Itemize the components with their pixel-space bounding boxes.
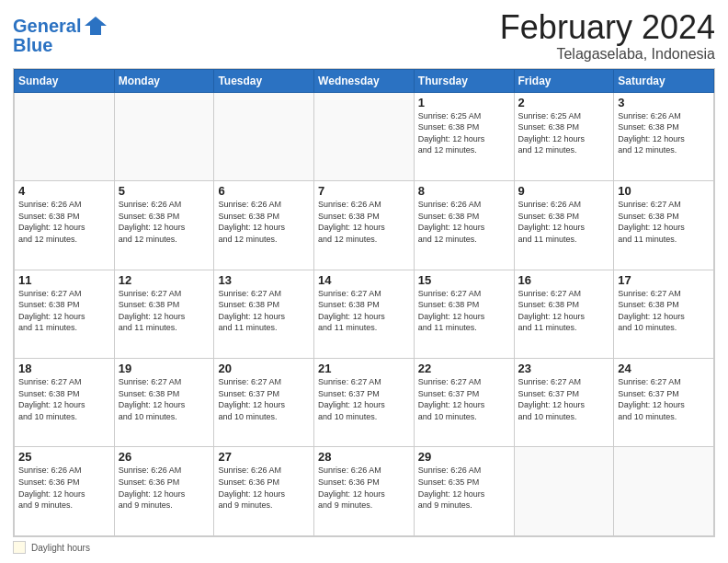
- dow-header-tuesday: Tuesday: [214, 69, 314, 92]
- calendar-cell: 17Sunrise: 6:27 AM Sunset: 6:38 PM Dayli…: [614, 270, 714, 358]
- day-info: Sunrise: 6:25 AM Sunset: 6:38 PM Dayligh…: [418, 110, 510, 156]
- calendar-cell: 5Sunrise: 6:26 AM Sunset: 6:38 PM Daylig…: [114, 181, 214, 270]
- dow-header-sunday: Sunday: [15, 69, 115, 92]
- day-info: Sunrise: 6:26 AM Sunset: 6:38 PM Dayligh…: [518, 199, 610, 245]
- calendar-cell: 11Sunrise: 6:27 AM Sunset: 6:38 PM Dayli…: [15, 270, 115, 358]
- legend-swatch: [13, 541, 26, 554]
- day-info: Sunrise: 6:27 AM Sunset: 6:37 PM Dayligh…: [618, 376, 710, 422]
- calendar-cell: 4Sunrise: 6:26 AM Sunset: 6:38 PM Daylig…: [15, 181, 115, 270]
- calendar-cell: 28Sunrise: 6:26 AM Sunset: 6:36 PM Dayli…: [314, 447, 415, 536]
- day-number: 23: [518, 362, 610, 375]
- calendar-cell: 1Sunrise: 6:25 AM Sunset: 6:38 PM Daylig…: [414, 92, 514, 180]
- day-info: Sunrise: 6:27 AM Sunset: 6:37 PM Dayligh…: [518, 376, 610, 422]
- day-info: Sunrise: 6:27 AM Sunset: 6:38 PM Dayligh…: [119, 288, 210, 334]
- day-number: 25: [18, 450, 110, 464]
- dow-header-saturday: Saturday: [614, 69, 714, 92]
- calendar-cell: 27Sunrise: 6:26 AM Sunset: 6:36 PM Dayli…: [214, 447, 314, 536]
- calendar-cell: 23Sunrise: 6:27 AM Sunset: 6:37 PM Dayli…: [514, 359, 614, 447]
- day-number: 1: [418, 96, 510, 109]
- day-of-week-header: SundayMondayTuesdayWednesdayThursdayFrid…: [15, 69, 714, 92]
- calendar-cell: 14Sunrise: 6:27 AM Sunset: 6:38 PM Dayli…: [314, 270, 415, 358]
- calendar-cell: 12Sunrise: 6:27 AM Sunset: 6:38 PM Dayli…: [114, 270, 214, 358]
- day-number: 22: [418, 362, 510, 375]
- legend-label: Daylight hours: [31, 543, 90, 553]
- day-number: 18: [18, 362, 110, 375]
- day-number: 4: [18, 184, 110, 198]
- day-number: 9: [518, 184, 610, 198]
- day-number: 13: [218, 273, 310, 287]
- day-number: 3: [618, 96, 710, 109]
- logo-icon: [83, 13, 108, 39]
- main-title: February 2024: [500, 9, 715, 46]
- day-number: 14: [318, 273, 410, 287]
- svg-marker-0: [85, 17, 107, 35]
- day-info: Sunrise: 6:27 AM Sunset: 6:37 PM Dayligh…: [318, 376, 410, 422]
- day-info: Sunrise: 6:25 AM Sunset: 6:38 PM Dayligh…: [518, 110, 610, 156]
- logo: General Blue: [13, 13, 108, 56]
- day-info: Sunrise: 6:26 AM Sunset: 6:38 PM Dayligh…: [119, 199, 210, 245]
- calendar-cell: 26Sunrise: 6:26 AM Sunset: 6:36 PM Dayli…: [114, 447, 214, 536]
- calendar-cell: [15, 92, 115, 180]
- calendar-cell: 10Sunrise: 6:27 AM Sunset: 6:38 PM Dayli…: [614, 181, 714, 270]
- day-number: 2: [518, 96, 610, 109]
- logo-text: General: [13, 16, 81, 36]
- day-info: Sunrise: 6:26 AM Sunset: 6:38 PM Dayligh…: [218, 199, 310, 245]
- calendar-cell: 3Sunrise: 6:26 AM Sunset: 6:38 PM Daylig…: [614, 92, 714, 180]
- day-number: 28: [318, 450, 410, 464]
- day-number: 27: [218, 450, 310, 464]
- week-row-2: 11Sunrise: 6:27 AM Sunset: 6:38 PM Dayli…: [15, 270, 714, 358]
- calendar-cell: 6Sunrise: 6:26 AM Sunset: 6:38 PM Daylig…: [214, 181, 314, 270]
- calendar-cell: 21Sunrise: 6:27 AM Sunset: 6:37 PM Dayli…: [314, 359, 415, 447]
- calendar-cell: 24Sunrise: 6:27 AM Sunset: 6:37 PM Dayli…: [614, 359, 714, 447]
- calendar-cell: 22Sunrise: 6:27 AM Sunset: 6:37 PM Dayli…: [414, 359, 514, 447]
- day-info: Sunrise: 6:26 AM Sunset: 6:38 PM Dayligh…: [418, 199, 510, 245]
- day-number: 15: [418, 273, 510, 287]
- title-block: February 2024 Telagaselaba, Indonesia: [500, 9, 715, 63]
- day-info: Sunrise: 6:27 AM Sunset: 6:37 PM Dayligh…: [218, 376, 310, 422]
- day-info: Sunrise: 6:26 AM Sunset: 6:38 PM Dayligh…: [318, 199, 410, 245]
- calendar-cell: [214, 92, 314, 180]
- day-info: Sunrise: 6:27 AM Sunset: 6:38 PM Dayligh…: [119, 376, 210, 422]
- calendar: SundayMondayTuesdayWednesdayThursdayFrid…: [13, 68, 715, 537]
- day-number: 16: [518, 273, 610, 287]
- calendar-cell: 8Sunrise: 6:26 AM Sunset: 6:38 PM Daylig…: [414, 181, 514, 270]
- week-row-4: 25Sunrise: 6:26 AM Sunset: 6:36 PM Dayli…: [15, 447, 714, 536]
- day-info: Sunrise: 6:26 AM Sunset: 6:36 PM Dayligh…: [218, 465, 310, 511]
- day-number: 21: [318, 362, 410, 375]
- calendar-cell: [514, 447, 614, 536]
- day-info: Sunrise: 6:26 AM Sunset: 6:38 PM Dayligh…: [618, 110, 710, 156]
- day-number: 20: [218, 362, 310, 375]
- calendar-cell: [314, 92, 415, 180]
- day-info: Sunrise: 6:27 AM Sunset: 6:38 PM Dayligh…: [618, 199, 710, 245]
- day-info: Sunrise: 6:27 AM Sunset: 6:38 PM Dayligh…: [518, 288, 610, 334]
- calendar-cell: 19Sunrise: 6:27 AM Sunset: 6:38 PM Dayli…: [114, 359, 214, 447]
- week-row-0: 1Sunrise: 6:25 AM Sunset: 6:38 PM Daylig…: [15, 92, 714, 180]
- calendar-cell: 29Sunrise: 6:26 AM Sunset: 6:35 PM Dayli…: [414, 447, 514, 536]
- day-number: 10: [618, 184, 710, 198]
- day-number: 26: [119, 450, 210, 464]
- day-number: 8: [418, 184, 510, 198]
- calendar-cell: [114, 92, 214, 180]
- calendar-cell: 16Sunrise: 6:27 AM Sunset: 6:38 PM Dayli…: [514, 270, 614, 358]
- header: General Blue February 2024 Telagaselaba,…: [13, 9, 715, 63]
- day-number: 6: [218, 184, 310, 198]
- page: General Blue February 2024 Telagaselaba,…: [0, 0, 728, 563]
- day-number: 11: [18, 273, 110, 287]
- day-info: Sunrise: 6:26 AM Sunset: 6:35 PM Dayligh…: [418, 465, 510, 511]
- dow-header-thursday: Thursday: [414, 69, 514, 92]
- dow-header-monday: Monday: [114, 69, 214, 92]
- day-info: Sunrise: 6:27 AM Sunset: 6:38 PM Dayligh…: [418, 288, 510, 334]
- calendar-body: 1Sunrise: 6:25 AM Sunset: 6:38 PM Daylig…: [15, 92, 714, 535]
- subtitle: Telagaselaba, Indonesia: [500, 46, 715, 63]
- legend: Daylight hours: [13, 541, 715, 554]
- calendar-cell: [614, 447, 714, 536]
- calendar-cell: 7Sunrise: 6:26 AM Sunset: 6:38 PM Daylig…: [314, 181, 415, 270]
- day-number: 17: [618, 273, 710, 287]
- day-info: Sunrise: 6:26 AM Sunset: 6:36 PM Dayligh…: [318, 465, 410, 511]
- day-info: Sunrise: 6:27 AM Sunset: 6:37 PM Dayligh…: [418, 376, 510, 422]
- calendar-cell: 15Sunrise: 6:27 AM Sunset: 6:38 PM Dayli…: [414, 270, 514, 358]
- day-info: Sunrise: 6:26 AM Sunset: 6:36 PM Dayligh…: [119, 465, 210, 511]
- day-number: 24: [618, 362, 710, 375]
- week-row-1: 4Sunrise: 6:26 AM Sunset: 6:38 PM Daylig…: [15, 181, 714, 270]
- calendar-cell: 2Sunrise: 6:25 AM Sunset: 6:38 PM Daylig…: [514, 92, 614, 180]
